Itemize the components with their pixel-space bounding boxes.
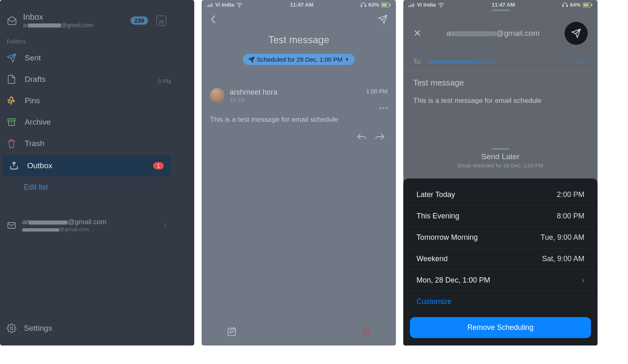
svg-rect-15 <box>410 5 411 7</box>
headphones-icon <box>361 2 366 7</box>
folders-heading: Folders <box>0 32 173 47</box>
inbox-title: Inbox <box>23 12 125 22</box>
outbox-icon <box>9 161 19 171</box>
calendar-icon[interactable]: 28 <box>156 16 166 26</box>
remove-scheduling-button[interactable]: Remove Scheduling <box>410 317 591 338</box>
drag-handle[interactable] <box>491 148 509 150</box>
envelope-icon <box>7 220 16 230</box>
send-icon[interactable] <box>378 14 388 24</box>
svg-rect-0 <box>8 119 15 121</box>
svg-rect-11 <box>382 4 387 6</box>
schedule-sheet: Later Today 2:00 PM This Evening 8:00 PM… <box>403 179 598 345</box>
schedule-option-tomorrow-morning[interactable]: Tomorrow Morning Tue, 9:00 AM <box>407 227 593 248</box>
svg-point-7 <box>239 6 240 7</box>
inbox-email: ar@gmail.com <box>23 22 125 28</box>
svg-rect-16 <box>412 4 412 7</box>
sidebar-item-archive[interactable]: Archive <box>0 111 173 133</box>
avatar <box>210 88 225 103</box>
compose-icon[interactable] <box>226 327 237 337</box>
gear-icon <box>7 323 16 333</box>
sidebar-item-trash[interactable]: Trash <box>0 133 173 154</box>
schedule-option-this-evening[interactable]: This Evening 8:00 PM <box>407 206 593 227</box>
file-icon <box>7 74 16 84</box>
folder-label: Archive <box>25 118 51 127</box>
screen-message-view: Vi India 11:47 AM 63% Test message Sched… <box>202 0 396 345</box>
schedule-option-later-today[interactable]: Later Today 2:00 PM <box>407 184 593 206</box>
from-email: a@gmail.com <box>447 29 540 38</box>
send-later-subtitle: Email sheduled for 28 Dec, 1:00 PM <box>403 162 598 169</box>
account-sub-email: @gmail.com <box>22 226 158 232</box>
signal-icon <box>408 3 415 7</box>
delete-icon[interactable] <box>361 327 371 337</box>
customize-link[interactable]: Customize <box>407 291 593 312</box>
status-bar: Vi India 11:47 AM 63% <box>202 0 396 9</box>
schedule-option-custom-date[interactable]: Mon, 28 Dec, 1:00 PM › <box>407 270 593 291</box>
envelope-open-icon <box>7 15 17 26</box>
sidebar-item-pins[interactable]: Pins <box>0 90 173 111</box>
status-time: 11:47 AM <box>492 2 515 8</box>
svg-rect-23 <box>591 4 592 6</box>
back-icon[interactable] <box>210 15 216 24</box>
svg-rect-8 <box>361 5 362 7</box>
svg-rect-12 <box>390 4 391 6</box>
pin-icon <box>7 96 16 106</box>
screen-compose-schedule: Vi India 11:47 AM 64% ✕ a@gmail.com To: … <box>403 0 598 345</box>
svg-rect-5 <box>210 4 211 7</box>
chevron-right-icon: › <box>582 276 584 285</box>
body-field[interactable]: This is a test message for email schedul… <box>403 95 598 107</box>
message-body: This is a test message for email schedul… <box>210 109 388 130</box>
svg-rect-17 <box>413 3 414 7</box>
caret-down-icon: ▼ <box>345 57 349 62</box>
sender-name: arshmeet hora <box>230 88 277 97</box>
sidebar-item-drafts[interactable]: Drafts <box>0 69 173 90</box>
folder-label: Outbox <box>27 161 145 170</box>
svg-point-18 <box>441 6 442 7</box>
close-icon[interactable]: ✕ <box>413 28 421 39</box>
send-icon <box>7 53 16 63</box>
to-field[interactable]: To: ha.com, Cc/Bcc <box>403 53 598 71</box>
forward-icon[interactable] <box>374 132 385 141</box>
wifi-icon <box>438 2 444 7</box>
svg-rect-3 <box>207 6 207 7</box>
headphones-icon <box>562 2 568 7</box>
svg-rect-14 <box>408 6 409 7</box>
account-item[interactable]: ar@gmail.com @gmail.com ‹ <box>0 210 173 241</box>
send-button[interactable] <box>565 22 588 45</box>
svg-rect-4 <box>208 5 209 7</box>
svg-rect-22 <box>584 4 588 6</box>
subject-field[interactable]: Test message <box>403 71 598 95</box>
sidebar-item-outbox[interactable]: Outbox 1 <box>2 155 170 176</box>
ccbcc-link[interactable]: Cc/Bcc <box>572 59 588 65</box>
screen-sidebar: Inbox ar@gmail.com 239 28 Folders Sent D… <box>0 0 194 345</box>
sender-to: To: Hr <box>230 97 277 103</box>
chevron-left-icon: ‹ <box>164 221 166 230</box>
settings-label: Settings <box>24 324 52 333</box>
message-time: 1:00 PM <box>366 88 388 95</box>
drag-handle[interactable] <box>491 9 509 11</box>
inbox-item[interactable]: Inbox ar@gmail.com 239 28 <box>0 0 173 32</box>
battery-icon <box>583 2 593 7</box>
archive-icon <box>7 117 16 127</box>
status-bar: Vi India 11:47 AM 64% <box>403 0 598 9</box>
battery-icon <box>381 2 391 7</box>
scheduled-pill[interactable]: Scheduled for 28 Dec, 1:00 PM ▼ <box>243 54 355 65</box>
svg-point-2 <box>10 327 13 329</box>
send-icon <box>249 57 254 63</box>
account-email: ar@gmail.com <box>22 218 158 226</box>
wifi-icon <box>236 2 243 7</box>
reply-icon[interactable] <box>356 132 367 141</box>
sidebar-item-sent[interactable]: Sent <box>0 47 173 69</box>
send-later-title: Send Later <box>403 152 598 161</box>
edit-list-link[interactable]: Edit list <box>0 177 173 197</box>
folder-label: Drafts <box>25 75 46 84</box>
svg-rect-19 <box>563 5 563 7</box>
svg-rect-6 <box>212 3 212 7</box>
schedule-option-weekend[interactable]: Weekend Sat, 9:00 AM <box>407 248 593 270</box>
trash-icon <box>7 139 16 148</box>
recipient-chip[interactable]: ha.com, <box>427 58 495 65</box>
inbox-count-badge: 239 <box>130 16 148 25</box>
svg-rect-9 <box>365 5 366 7</box>
settings-item[interactable]: Settings <box>0 318 59 339</box>
status-time: 11:47 AM <box>290 2 314 8</box>
folder-label: Pins <box>25 96 40 105</box>
